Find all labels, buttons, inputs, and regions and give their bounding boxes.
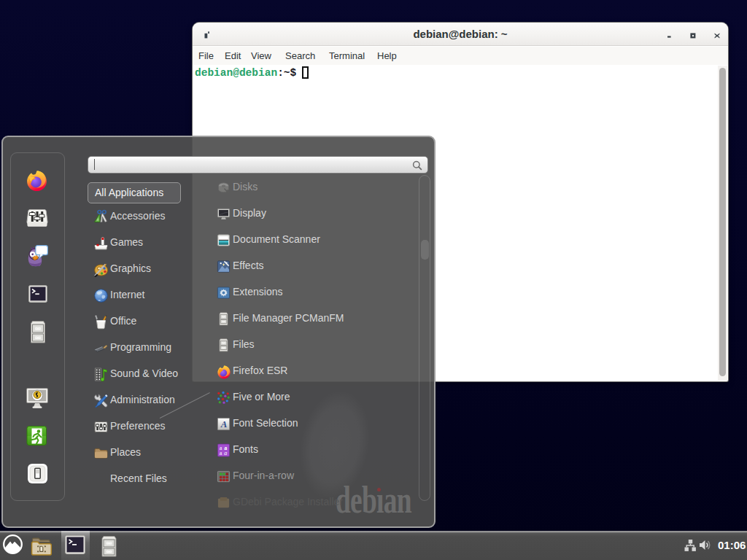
svg-text:A: A <box>220 419 228 429</box>
svg-text:a: a <box>220 450 222 456</box>
svg-text:a: a <box>224 450 227 456</box>
